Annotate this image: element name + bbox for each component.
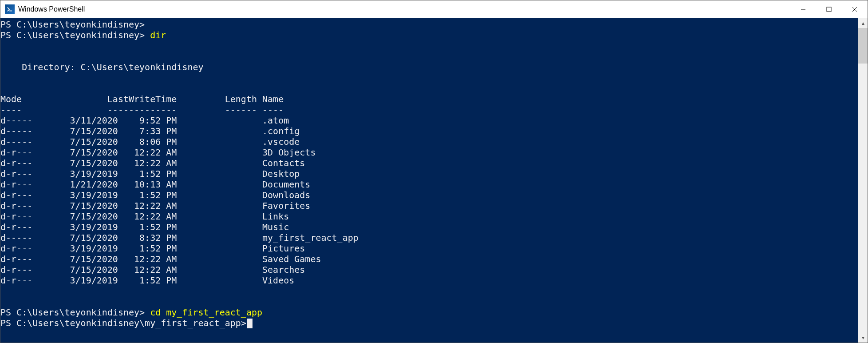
table-row: d-r--- 7/15/2020 12:22 AM Saved Games <box>0 254 858 264</box>
table-row: d-r--- 7/15/2020 12:22 AM Links <box>0 211 858 222</box>
prompt-line: PS C:\Users\teyonkindisney> cd my_first_… <box>0 307 858 318</box>
blank-line <box>0 286 858 296</box>
window-controls <box>790 0 868 18</box>
prompt-line: PS C:\Users\teyonkindisney> dir <box>0 30 858 40</box>
command-text: cd my_first_react_app <box>145 307 262 318</box>
table-row: d-r--- 7/15/2020 12:22 AM 3D Objects <box>0 147 858 158</box>
table-row: d-r--- 7/15/2020 12:22 AM Favorites <box>0 200 858 211</box>
blank-line <box>0 40 858 51</box>
maximize-button[interactable] <box>816 0 842 18</box>
svg-rect-2 <box>827 7 831 12</box>
prompt-text: PS C:\Users\teyonkindisney\my_first_reac… <box>0 318 246 328</box>
table-row: d----- 3/11/2020 9:52 PM .atom <box>0 115 858 126</box>
powershell-icon <box>5 4 15 14</box>
blank-line <box>0 72 858 83</box>
blank-line <box>0 51 858 62</box>
table-row: d-r--- 3/19/2019 1:52 PM Videos <box>0 275 858 286</box>
table-row: d-r--- 3/19/2019 1:52 PM Pictures <box>0 243 858 254</box>
table-row: d-r--- 3/19/2019 1:52 PM Downloads <box>0 190 858 200</box>
blank-line <box>0 296 858 307</box>
window-title: Windows PowerShell <box>18 5 790 13</box>
scroll-thumb[interactable] <box>858 28 868 64</box>
cursor <box>247 319 253 328</box>
scroll-up-button[interactable]: ▴ <box>858 18 868 28</box>
scroll-down-button[interactable]: ▾ <box>858 333 868 343</box>
prompt-line: PS C:\Users\teyonkindisney\my_first_reac… <box>0 318 858 328</box>
prompt-text: PS C:\Users\teyonkindisney> <box>0 307 145 318</box>
directory-line: Directory: C:\Users\teyonkindisney <box>0 62 858 72</box>
close-button[interactable] <box>842 0 868 18</box>
table-row: d----- 7/15/2020 8:06 PM .vscode <box>0 136 858 147</box>
table-row: d----- 7/15/2020 7:33 PM .config <box>0 126 858 136</box>
scrollbar[interactable]: ▴ ▾ <box>858 18 868 343</box>
table-row: d-r--- 7/15/2020 12:22 AM Searches <box>0 264 858 275</box>
table-row: d-r--- 3/19/2019 1:52 PM Music <box>0 222 858 232</box>
prompt-text: PS C:\Users\teyonkindisney> <box>0 30 145 40</box>
table-row: d-r--- 1/21/2020 10:13 AM Documents <box>0 179 858 190</box>
minimize-button[interactable] <box>790 0 816 18</box>
blank-line <box>0 83 858 94</box>
command-text: dir <box>145 30 166 40</box>
title-bar[interactable]: Windows PowerShell <box>0 0 868 18</box>
svg-rect-0 <box>9 10 12 11</box>
header-dashes: ---- ------------- ------ ---- <box>0 104 858 115</box>
header-line: Mode LastWriteTime Length Name <box>0 94 858 104</box>
prompt-line: PS C:\Users\teyonkindisney> <box>0 19 858 30</box>
table-row: d----- 7/15/2020 8:32 PM my_first_react_… <box>0 232 858 243</box>
table-row: d-r--- 3/19/2019 1:52 PM Desktop <box>0 168 858 179</box>
terminal-output[interactable]: PS C:\Users\teyonkindisney>PS C:\Users\t… <box>0 18 858 343</box>
table-row: d-r--- 7/15/2020 12:22 AM Contacts <box>0 158 858 168</box>
